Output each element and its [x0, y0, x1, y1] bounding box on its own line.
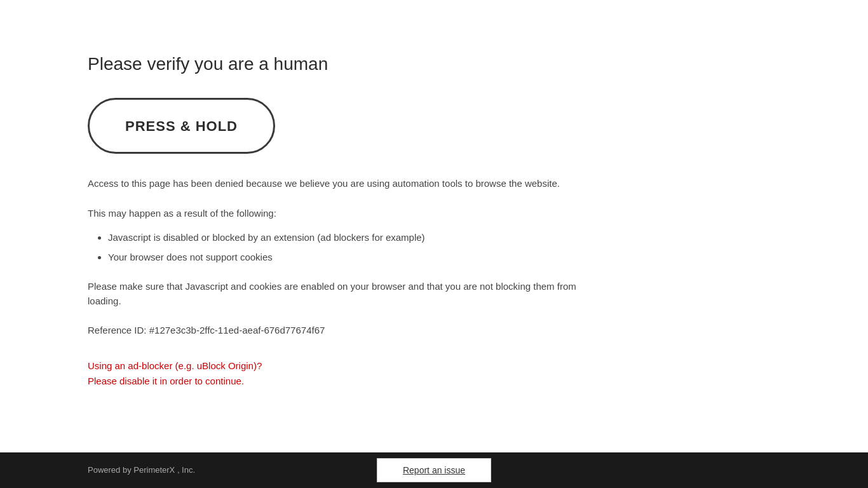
page-title: Please verify you are a human	[88, 51, 610, 78]
main-content: Please verify you are a human PRESS & HO…	[0, 0, 610, 452]
powered-by-text: Powered by PerimeterX	[88, 465, 175, 475]
reason-item-2: Your browser does not support cookies	[108, 250, 610, 265]
reason-item-1: Javascript is disabled or blocked by an …	[108, 231, 610, 245]
access-denied-text: Access to this page has been denied beca…	[88, 177, 596, 191]
press-hold-button[interactable]: PRESS & HOLD	[88, 98, 275, 154]
footer: Powered by PerimeterX , Inc. Report an i…	[0, 452, 868, 488]
make-sure-text: Please make sure that Javascript and coo…	[88, 280, 610, 308]
press-hold-label: PRESS & HOLD	[125, 116, 238, 137]
reasons-list: Javascript is disabled or blocked by an …	[88, 231, 610, 264]
may-happen-text: This may happen as a result of the follo…	[88, 207, 610, 221]
report-issue-button[interactable]: Report an issue	[377, 458, 491, 482]
reference-id: Reference ID: #127e3c3b-2ffc-11ed-aeaf-6…	[88, 323, 610, 338]
adblocker-line2: Please disable it in order to continue.	[88, 374, 610, 389]
adblocker-line1: Using an ad-blocker (e.g. uBlock Origin)…	[88, 358, 610, 374]
adblocker-section: Using an ad-blocker (e.g. uBlock Origin)…	[88, 358, 610, 389]
powered-by-suffix: , Inc.	[175, 465, 195, 475]
